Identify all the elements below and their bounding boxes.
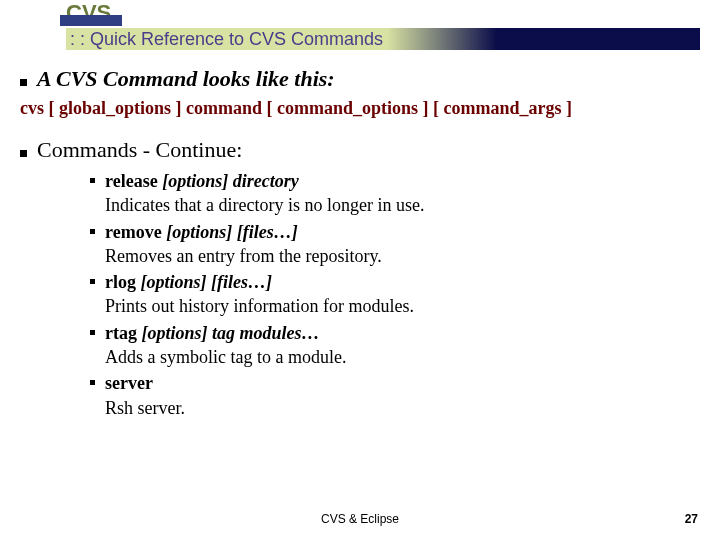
- command-desc: Indicates that a directory is no longer …: [105, 193, 424, 217]
- page-number: 27: [685, 512, 698, 526]
- command-args: [files…]: [237, 222, 298, 242]
- bullet-icon: [90, 178, 95, 183]
- bullet-icon: [20, 79, 27, 86]
- slide-title: CVS: [66, 0, 700, 26]
- command-options: [options]: [141, 323, 207, 343]
- command-name: rlog: [105, 272, 136, 292]
- bullet-icon: [90, 330, 95, 335]
- command-name: remove: [105, 222, 162, 242]
- command-entry: server Rsh server.: [105, 371, 185, 420]
- command-desc: Prints out history information for modul…: [105, 294, 414, 318]
- bullet-icon: [90, 229, 95, 234]
- command-entry: rtag [options] tag modules… Adds a symbo…: [105, 321, 346, 370]
- slide-subtitle-trail: [387, 28, 700, 50]
- bullet-icon: [90, 380, 95, 385]
- command-entry: rlog [options] [files…] Prints out histo…: [105, 270, 414, 319]
- section1-heading: A CVS Command looks like this:: [37, 66, 335, 92]
- title-accent-bar: [60, 15, 122, 26]
- command-name: server: [105, 373, 153, 393]
- command-options: [options]: [162, 171, 228, 191]
- command-args: directory: [233, 171, 299, 191]
- command-name: rtag: [105, 323, 137, 343]
- command-args: tag modules…: [212, 323, 320, 343]
- list-item: remove [options] [files…] Removes an ent…: [90, 220, 700, 269]
- command-name: release: [105, 171, 158, 191]
- command-desc: Rsh server.: [105, 396, 185, 420]
- section2-heading-row: Commands - Continue:: [20, 137, 700, 163]
- list-item: release [options] directory Indicates th…: [90, 169, 700, 218]
- command-options: [options]: [166, 222, 232, 242]
- list-item: server Rsh server.: [90, 371, 700, 420]
- bullet-icon: [20, 150, 27, 157]
- slide-body: A CVS Command looks like this: cvs [ glo…: [20, 50, 700, 420]
- command-list: release [options] directory Indicates th…: [90, 169, 700, 420]
- slide: CVS : : Quick Reference to CVS Commands …: [0, 0, 720, 540]
- slide-subtitle-box: : : Quick Reference to CVS Commands: [66, 28, 387, 50]
- section1-heading-row: A CVS Command looks like this:: [20, 66, 700, 92]
- command-syntax: cvs [ global_options ] command [ command…: [20, 98, 700, 119]
- command-entry: remove [options] [files…] Removes an ent…: [105, 220, 382, 269]
- slide-subtitle-row: : : Quick Reference to CVS Commands: [20, 28, 700, 50]
- list-item: rtag [options] tag modules… Adds a symbo…: [90, 321, 700, 370]
- slide-subtitle-text: : : Quick Reference to CVS Commands: [70, 29, 383, 50]
- command-desc: Adds a symbolic tag to a module.: [105, 345, 346, 369]
- command-desc: Removes an entry from the repository.: [105, 244, 382, 268]
- bullet-icon: [90, 279, 95, 284]
- section2-heading: Commands - Continue:: [37, 137, 242, 163]
- command-options: [options]: [141, 272, 207, 292]
- list-item: rlog [options] [files…] Prints out histo…: [90, 270, 700, 319]
- footer-text: CVS & Eclipse: [0, 512, 720, 526]
- command-entry: release [options] directory Indicates th…: [105, 169, 424, 218]
- command-args: [files…]: [211, 272, 272, 292]
